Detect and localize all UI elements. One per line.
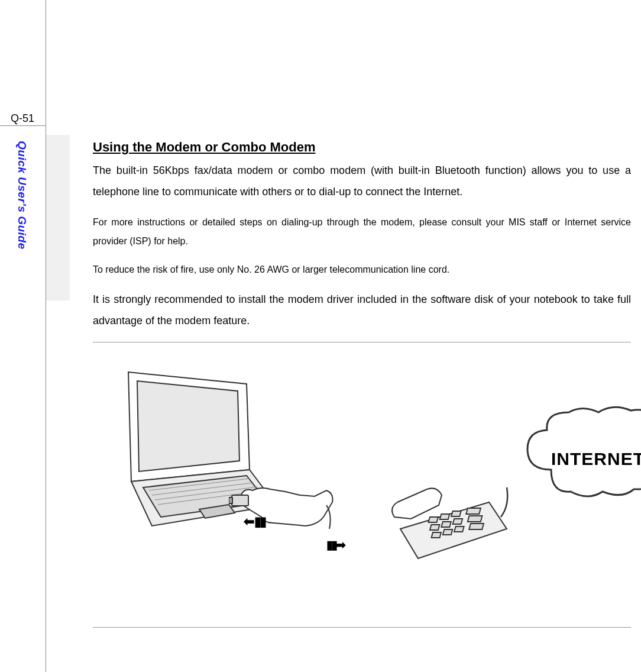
svg-rect-16 — [468, 516, 483, 522]
svg-rect-9 — [430, 525, 439, 530]
svg-rect-8 — [451, 511, 461, 516]
divider-top — [93, 342, 631, 343]
svg-rect-12 — [432, 532, 441, 538]
sidebar-highlight — [46, 135, 70, 301]
svg-rect-4 — [232, 495, 248, 506]
arrow-left-icon: ⬅▮▮ — [244, 514, 265, 529]
divider-bottom — [93, 627, 631, 628]
svg-rect-7 — [440, 514, 449, 519]
telephone-icon — [383, 473, 513, 561]
svg-rect-10 — [441, 522, 451, 527]
page-number: Q-51 — [11, 112, 34, 125]
horizontal-divider — [0, 125, 46, 126]
svg-rect-17 — [469, 524, 484, 529]
svg-rect-6 — [428, 517, 438, 522]
paragraph-instructions: For more instructions or detailed steps … — [93, 213, 631, 251]
connection-diagram: ⬅▮▮ ▮▮➡ — [93, 360, 631, 573]
cloud-label: INTERNET — [551, 449, 641, 469]
hand-connector-icon — [229, 467, 335, 544]
section-heading: Using the Modem or Combo Modem — [93, 140, 631, 155]
svg-rect-15 — [466, 508, 481, 514]
paragraph-safety: To reduce the risk of fire, use only No.… — [93, 260, 631, 279]
content-area: Using the Modem or Combo Modem The built… — [93, 140, 631, 573]
page: Q-51 Quick User's Guide Using the Modem … — [0, 0, 641, 672]
vertical-divider — [46, 0, 46, 672]
sidebar-label: Quick User's Guide — [15, 141, 28, 250]
paragraph-intro: The built-in 56Kbps fax/data modem or co… — [93, 160, 631, 202]
paragraph-recommendation: It is strongly recommended to install th… — [93, 289, 631, 331]
svg-rect-5 — [229, 497, 232, 503]
svg-rect-11 — [453, 519, 462, 524]
svg-rect-14 — [454, 526, 464, 532]
svg-rect-13 — [443, 529, 452, 535]
arrow-right-icon: ▮▮➡ — [326, 538, 346, 552]
